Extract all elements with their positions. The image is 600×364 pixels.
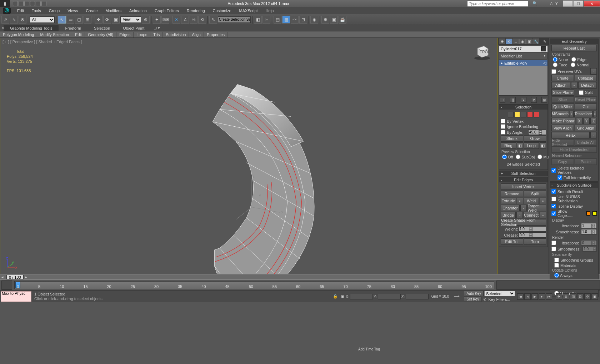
menu-maxscript[interactable]: MAXScript	[236, 8, 261, 14]
stack-editable-poly[interactable]: ▸ Editable Poly◁	[499, 60, 548, 66]
selection-rollout-title[interactable]: Selection	[515, 105, 531, 109]
by-angle-spinner[interactable]	[529, 130, 539, 135]
repeat-last-button[interactable]: Repeat Last	[551, 45, 597, 51]
weld-opt-icon[interactable]: ▫	[540, 198, 546, 204]
schematic-view-icon[interactable]: ⊡	[299, 16, 307, 24]
y-field[interactable]	[378, 294, 401, 299]
loop-opt-icon[interactable]: ◧	[540, 142, 546, 149]
named-selection-input[interactable]	[218, 16, 251, 23]
iterations-spinner[interactable]	[581, 223, 591, 228]
tab-display-icon[interactable]: ▣	[526, 39, 532, 44]
track-bar[interactable]: ◂ 0 / 100 ▸	[0, 274, 600, 279]
constraint-none-radio[interactable]	[553, 57, 558, 62]
new-icon[interactable]	[13, 1, 18, 6]
preview-off-radio[interactable]	[502, 155, 507, 159]
nav-fov-icon[interactable]: ◫	[570, 293, 576, 300]
menu-animation[interactable]: Animation	[126, 8, 150, 14]
hide-selected-button[interactable]: Hide Selected	[551, 139, 574, 146]
menu-tools[interactable]: Tools	[28, 8, 45, 14]
nav-orbit-icon[interactable]: ⟲	[584, 293, 591, 300]
help-search-input[interactable]: Type a keyword or phrase	[468, 1, 528, 6]
nav-maximize-icon[interactable]: ▣	[591, 293, 598, 300]
add-time-tag[interactable]: Add Time Tag	[204, 347, 396, 351]
edit-named-sel-icon[interactable]: ✎	[209, 16, 217, 24]
constraint-face-radio[interactable]	[553, 62, 558, 67]
configure-icon[interactable]: ⊞	[541, 97, 547, 103]
remove-button[interactable]: Remove	[501, 191, 523, 197]
view-align-button[interactable]: View Align	[551, 125, 574, 131]
ribbon-sub-align[interactable]: Align	[189, 32, 204, 37]
command-panel-tabs[interactable]: ✺ ⟲ ⊥ ◉ ▣ 🔧 ✎	[498, 38, 549, 45]
ribbon-sub-loops[interactable]: Loops	[134, 32, 150, 37]
timeline[interactable]: 0510152025303540455055606570758085909510…	[0, 279, 600, 290]
application-menu-icon[interactable]: Ⓢ	[3, 7, 11, 14]
chamfer-opt-icon[interactable]: ▫	[520, 205, 527, 211]
slice-plane-button[interactable]: Slice Plane	[551, 89, 574, 96]
bridge-button[interactable]: Bridge	[501, 212, 516, 218]
select-name-icon[interactable]: ▭	[66, 16, 74, 24]
render-iter-spinner[interactable]	[581, 241, 591, 245]
insert-vertex-button[interactable]: Insert Vertex	[501, 183, 546, 190]
ribbon-sub-properties[interactable]: Properties	[204, 32, 228, 37]
search-icon[interactable]: 🔍	[532, 1, 538, 6]
crease-spinner[interactable]	[519, 233, 529, 237]
tab-create-icon[interactable]: ✺	[499, 39, 505, 44]
viewcube[interactable]: FRONT	[473, 42, 491, 60]
scale-icon[interactable]: ▣	[112, 16, 120, 24]
redo-icon[interactable]	[36, 1, 41, 6]
grow-button[interactable]: Grow	[524, 135, 546, 142]
target-weld-button[interactable]: Target Weld	[528, 205, 546, 211]
weld-button[interactable]: Weld	[524, 198, 539, 204]
attach-opt-icon[interactable]: ▫	[571, 82, 578, 89]
menu-rendering[interactable]: Rendering	[183, 8, 209, 14]
object-name-field[interactable]: Cylinder017	[499, 46, 548, 52]
align-icon[interactable]: ⊫	[262, 16, 270, 24]
ribbon-tab-graphite[interactable]: Graphite Modeling Tools	[4, 25, 59, 31]
connect-opt-icon[interactable]: ▫	[540, 212, 546, 218]
maxscript-listener[interactable]: Max to Physc:	[1, 291, 31, 302]
extrude-button[interactable]: Extrude	[501, 198, 516, 204]
render-setup-icon[interactable]: ⚙	[321, 16, 329, 24]
star-icon[interactable]: ☆	[550, 1, 555, 6]
angle-snap-icon[interactable]: ∠	[181, 16, 189, 24]
timeline-config-icon[interactable]	[1, 280, 12, 290]
create-shape-button[interactable]: Create Shape From Selection	[501, 219, 546, 226]
undo-icon[interactable]	[30, 1, 35, 6]
lock-icon[interactable]: 🔒	[331, 294, 339, 299]
move-icon[interactable]: ✥	[95, 16, 102, 24]
pin-stack-icon[interactable]: ⊣	[500, 97, 505, 103]
open-icon[interactable]	[19, 1, 24, 6]
by-vertex-checkbox[interactable]	[501, 119, 505, 123]
window-crossing-icon[interactable]: ⊞	[84, 16, 91, 24]
chamfer-button[interactable]: Chamfer	[501, 205, 520, 211]
preserve-uvs-checkbox[interactable]	[551, 69, 556, 74]
planar-z-button[interactable]: Z	[590, 118, 597, 124]
ribbon-sub-modifysel[interactable]: Modify Selection	[37, 32, 72, 37]
ribbon-sub-edit[interactable]: Edit	[72, 32, 85, 37]
snap-toggle-icon[interactable]: 3	[172, 16, 180, 24]
constraint-edge-radio[interactable]	[571, 57, 576, 62]
layer-manager-icon[interactable]: ▤	[274, 16, 281, 24]
edit-edges-title[interactable]: Edit Edges	[514, 178, 533, 182]
goto-end-icon[interactable]: ⏭	[546, 293, 552, 300]
menu-views[interactable]: Views	[64, 8, 81, 14]
play-icon[interactable]: ▶	[531, 293, 538, 300]
make-unique-icon[interactable]: ⊻	[521, 97, 526, 103]
manipulate-icon[interactable]: ✦	[153, 16, 161, 24]
render-icon[interactable]: ☕	[339, 16, 346, 24]
autokey-button[interactable]: Auto Key	[464, 291, 484, 296]
ribbon-tab-objectpaint[interactable]: Object Paint	[116, 25, 151, 31]
tab-wand-icon[interactable]: ✎	[541, 39, 548, 44]
render-iter-checkbox[interactable]	[551, 241, 556, 245]
subobject-icons[interactable]	[501, 111, 546, 118]
relax-button[interactable]: Relax	[551, 132, 590, 138]
cage-color1[interactable]	[586, 211, 591, 216]
ref-coord-dropdown[interactable]: View	[120, 16, 141, 23]
ignore-backfacing-checkbox[interactable]	[501, 124, 505, 129]
msmooth-opt-icon[interactable]: ▫	[570, 111, 574, 117]
help-icon[interactable]: ?	[555, 1, 560, 6]
menu-customize[interactable]: Customize	[209, 8, 235, 14]
goto-start-icon[interactable]: ⏮	[517, 293, 524, 300]
unhide-all-button[interactable]: Unhide All	[575, 139, 597, 146]
preview-subobj-radio[interactable]	[516, 155, 520, 159]
